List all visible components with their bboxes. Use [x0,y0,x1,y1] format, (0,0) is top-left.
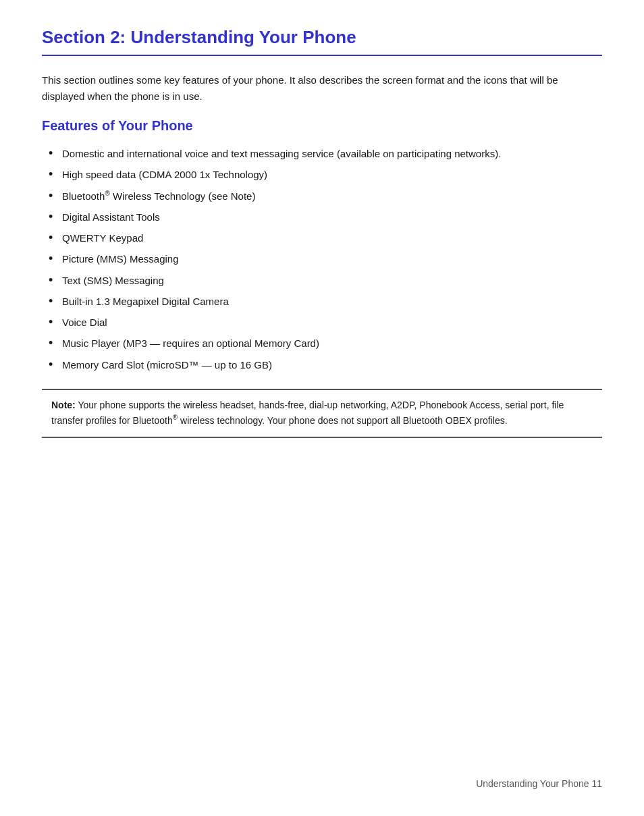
intro-paragraph: This section outlines some key features … [42,72,602,105]
features-heading: Features of Your Phone [42,118,602,134]
list-item: Bluetooth® Wireless Technology (see Note… [49,186,602,207]
list-item: Text (SMS) Messaging [49,270,602,291]
list-item: Built-in 1.3 Megapixel Digital Camera [49,291,602,312]
list-item: Memory Card Slot (microSD™ — up to 16 GB… [49,354,602,375]
list-item: Voice Dial [49,312,602,333]
list-item: High speed data (CDMA 2000 1x Technology… [49,164,602,185]
list-item: Picture (MMS) Messaging [49,248,602,269]
list-item: QWERTY Keypad [49,227,602,248]
list-item: Digital Assistant Tools [49,207,602,227]
features-list: Domestic and international voice and tex… [49,143,602,375]
footer-text: Understanding Your Phone 11 [476,778,602,789]
list-item: Music Player (MP3 — requires an optional… [49,333,602,354]
section-title: Section 2: Understanding Your Phone [42,27,602,56]
note-text: Your phone supports the wireless headset… [51,400,564,426]
list-item: Domestic and international voice and tex… [49,143,602,164]
note-box: Note: Your phone supports the wireless h… [42,389,602,438]
note-label: Note: [51,400,76,410]
